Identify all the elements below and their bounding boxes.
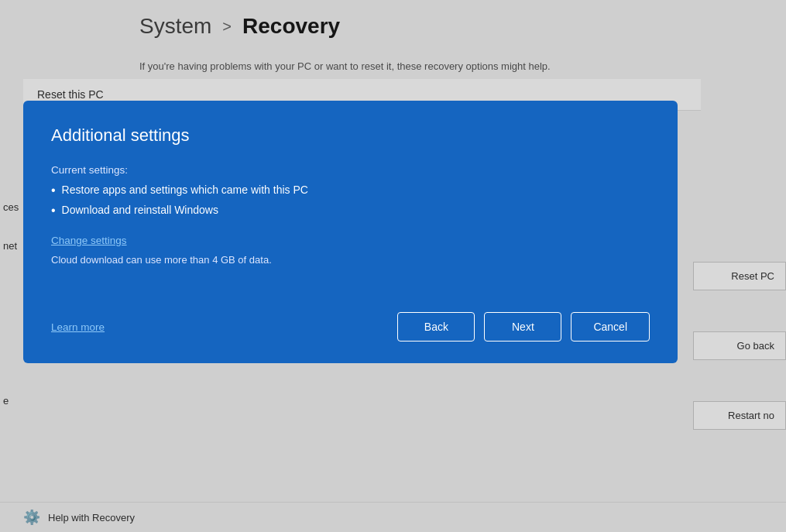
next-button[interactable]: Next <box>484 312 561 342</box>
current-settings-label: Current settings: <box>51 164 650 176</box>
settings-bullet-list: Restore apps and settings which came wit… <box>51 184 650 218</box>
learn-more-link[interactable]: Learn more <box>51 321 105 333</box>
bullet-item-2: Download and reinstall Windows <box>51 204 650 218</box>
dialog-title: Additional settings <box>51 125 650 146</box>
dialog-note: Cloud download can use more than 4 GB of… <box>51 254 650 266</box>
dialog-action-buttons: Back Next Cancel <box>397 312 650 342</box>
change-settings-link[interactable]: Change settings <box>51 235 127 246</box>
bullet-item-1: Restore apps and settings which came wit… <box>51 184 650 197</box>
back-button[interactable]: Back <box>397 312 475 342</box>
additional-settings-dialog: Additional settings Current settings: Re… <box>23 101 678 363</box>
dialog-footer: Learn more Back Next Cancel <box>51 312 650 342</box>
cancel-button[interactable]: Cancel <box>571 312 650 342</box>
